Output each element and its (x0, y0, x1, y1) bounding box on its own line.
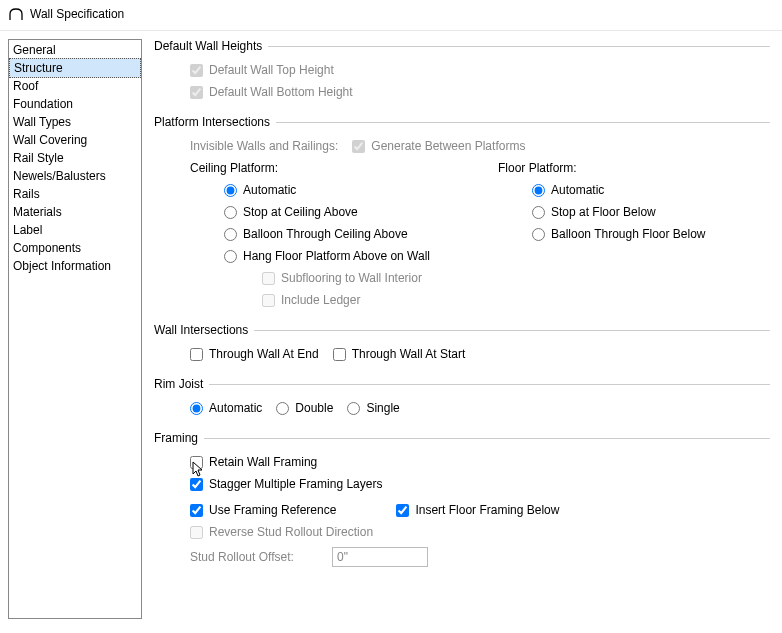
rim-single-radio[interactable] (347, 402, 360, 415)
section-title-wall-intersections: Wall Intersections (154, 323, 248, 337)
default-wall-top-height-label: Default Wall Top Height (209, 63, 334, 77)
section-framing: Framing Retain Wall Framing Stagger Mult… (154, 431, 770, 567)
floor-stop-radio[interactable] (532, 206, 545, 219)
section-platform-intersections: Platform Intersections Invisible Walls a… (154, 115, 770, 311)
divider (268, 46, 770, 47)
section-rim-joist: Rim Joist Automatic Double Single (154, 377, 770, 419)
sidebar-item-general[interactable]: General (9, 41, 141, 59)
generate-between-platforms-checkbox (352, 140, 365, 153)
floor-platform-title: Floor Platform: (498, 161, 706, 175)
section-wall-intersections: Wall Intersections Through Wall At End T… (154, 323, 770, 365)
stagger-layers-checkbox[interactable] (190, 478, 203, 491)
through-wall-start-label: Through Wall At Start (352, 347, 466, 361)
sidebar: General Structure Roof Foundation Wall T… (8, 39, 142, 619)
divider (254, 330, 770, 331)
through-wall-end-checkbox[interactable] (190, 348, 203, 361)
main-panel: Default Wall Heights Default Wall Top He… (150, 39, 774, 619)
titlebar-divider (0, 30, 782, 31)
floor-stop-label: Stop at Floor Below (551, 205, 656, 219)
stagger-layers-label: Stagger Multiple Framing Layers (209, 477, 382, 491)
window-title: Wall Specification (30, 7, 124, 21)
include-ledger-checkbox (262, 294, 275, 307)
stud-rollout-offset-label: Stud Rollout Offset: (190, 550, 320, 564)
ceiling-stop-radio[interactable] (224, 206, 237, 219)
ceiling-stop-label: Stop at Ceiling Above (243, 205, 358, 219)
through-wall-start-checkbox[interactable] (333, 348, 346, 361)
sidebar-item-components[interactable]: Components (9, 239, 141, 257)
reverse-stud-rollout-label: Reverse Stud Rollout Direction (209, 525, 373, 539)
rim-double-radio[interactable] (276, 402, 289, 415)
section-title-rim-joist: Rim Joist (154, 377, 203, 391)
rim-double-label: Double (295, 401, 333, 415)
insert-floor-framing-below-label: Insert Floor Framing Below (415, 503, 559, 517)
default-wall-bottom-height-checkbox (190, 86, 203, 99)
sidebar-item-wall-covering[interactable]: Wall Covering (9, 131, 141, 149)
through-wall-end-label: Through Wall At End (209, 347, 319, 361)
rim-single-label: Single (366, 401, 399, 415)
section-title-framing: Framing (154, 431, 198, 445)
floor-balloon-label: Balloon Through Floor Below (551, 227, 706, 241)
generate-between-platforms-label: Generate Between Platforms (371, 139, 525, 153)
floor-balloon-radio[interactable] (532, 228, 545, 241)
insert-floor-framing-below-checkbox[interactable] (396, 504, 409, 517)
ceiling-balloon-label: Balloon Through Ceiling Above (243, 227, 408, 241)
stud-rollout-offset-input (332, 547, 428, 567)
sidebar-item-rail-style[interactable]: Rail Style (9, 149, 141, 167)
default-wall-top-height-checkbox (190, 64, 203, 77)
ceiling-automatic-radio[interactable] (224, 184, 237, 197)
app-icon (8, 6, 24, 22)
subflooring-label: Subflooring to Wall Interior (281, 271, 422, 285)
use-framing-reference-checkbox[interactable] (190, 504, 203, 517)
floor-automatic-label: Automatic (551, 183, 604, 197)
retain-wall-framing-label: Retain Wall Framing (209, 455, 317, 469)
use-framing-reference-label: Use Framing Reference (209, 503, 336, 517)
divider (276, 122, 770, 123)
section-default-wall-heights: Default Wall Heights Default Wall Top He… (154, 39, 770, 103)
divider (209, 384, 770, 385)
retain-wall-framing-checkbox[interactable] (190, 456, 203, 469)
sidebar-item-foundation[interactable]: Foundation (9, 95, 141, 113)
include-ledger-label: Include Ledger (281, 293, 360, 307)
sidebar-item-roof[interactable]: Roof (9, 77, 141, 95)
sidebar-item-materials[interactable]: Materials (9, 203, 141, 221)
invisible-walls-label: Invisible Walls and Railings: (190, 139, 338, 153)
ceiling-hang-radio[interactable] (224, 250, 237, 263)
ceiling-hang-label: Hang Floor Platform Above on Wall (243, 249, 430, 263)
sidebar-item-wall-types[interactable]: Wall Types (9, 113, 141, 131)
ceiling-balloon-radio[interactable] (224, 228, 237, 241)
reverse-stud-rollout-checkbox (190, 526, 203, 539)
sidebar-item-rails[interactable]: Rails (9, 185, 141, 203)
sidebar-item-structure[interactable]: Structure (9, 58, 141, 78)
section-title-platform-intersections: Platform Intersections (154, 115, 270, 129)
floor-automatic-radio[interactable] (532, 184, 545, 197)
titlebar: Wall Specification (0, 0, 782, 30)
default-wall-bottom-height-label: Default Wall Bottom Height (209, 85, 353, 99)
rim-automatic-label: Automatic (209, 401, 262, 415)
sidebar-item-newels-balusters[interactable]: Newels/Balusters (9, 167, 141, 185)
sidebar-item-object-information[interactable]: Object Information (9, 257, 141, 275)
ceiling-platform-title: Ceiling Platform: (190, 161, 454, 175)
ceiling-automatic-label: Automatic (243, 183, 296, 197)
rim-automatic-radio[interactable] (190, 402, 203, 415)
sidebar-item-label[interactable]: Label (9, 221, 141, 239)
section-title-default-wall-heights: Default Wall Heights (154, 39, 262, 53)
divider (204, 438, 770, 439)
subflooring-checkbox (262, 272, 275, 285)
